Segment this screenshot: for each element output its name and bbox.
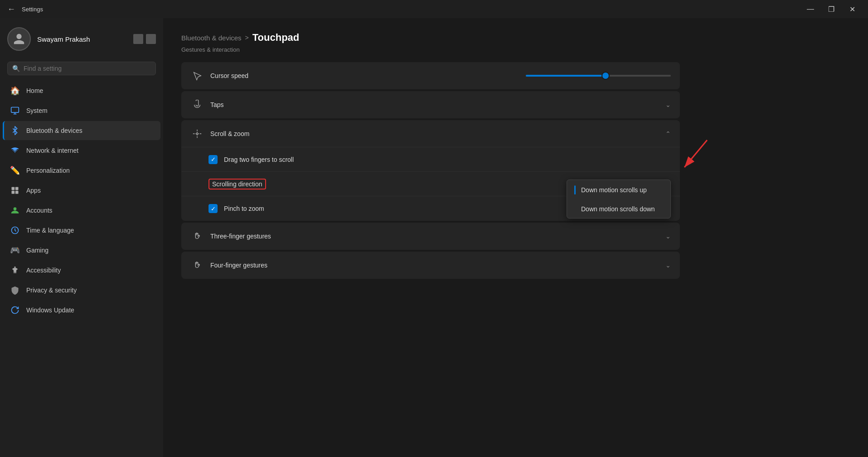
nav-label-privacy: Privacy & security (26, 287, 77, 294)
svg-point-9 (14, 267, 15, 268)
taps-icon (190, 100, 204, 110)
nav-label-home: Home (26, 87, 43, 94)
four-finger-row[interactable]: Four-finger gestures ⌄ (181, 252, 680, 279)
three-finger-label: Three-finger gestures (210, 233, 665, 240)
nav-item-bluetooth[interactable]: Bluetooth & devices (3, 121, 160, 140)
svg-rect-0 (11, 107, 19, 113)
user-square-1 (133, 34, 143, 44)
nav-label-accounts: Accounts (26, 207, 53, 214)
content-area: Bluetooth & devices > Touchpad Gestures … (163, 18, 868, 457)
privacy-icon (10, 285, 20, 295)
personalization-icon: ✏️ (10, 165, 20, 175)
cursor-icon (190, 71, 204, 81)
scroll-zoom-chevron-up: ⌃ (665, 130, 671, 137)
breadcrumb-current: Touchpad (252, 32, 299, 44)
taps-label: Taps (210, 101, 665, 108)
svg-rect-6 (15, 191, 19, 194)
nav-item-network[interactable]: Network & internet (3, 141, 160, 160)
apps-icon (10, 185, 20, 195)
three-finger-icon (190, 231, 204, 241)
network-icon (10, 146, 20, 156)
nav-item-home[interactable]: 🏠 Home (3, 81, 160, 100)
titlebar-left: ← Settings (5, 5, 43, 14)
search-input[interactable] (24, 65, 151, 72)
four-finger-section: Four-finger gestures ⌄ (181, 252, 680, 279)
scroll-zoom-section: Scroll & zoom ⌃ ✓ Drag two fingers to sc… (181, 120, 680, 221)
nav-label-bluetooth: Bluetooth & devices (26, 127, 82, 134)
four-finger-label: Four-finger gestures (210, 262, 665, 269)
nav-label-personalization: Personalization (26, 167, 70, 174)
maximize-button[interactable]: ❐ (821, 0, 842, 18)
main-layout: Swayam Prakash 🔍 🏠 Home System (0, 18, 868, 457)
cursor-speed-label: Cursor speed (210, 72, 526, 79)
close-button[interactable]: ✕ (842, 0, 863, 18)
nav-item-privacy[interactable]: Privacy & security (3, 281, 160, 300)
dropdown-option-down[interactable]: Down motion scrolls down (567, 200, 670, 218)
user-squares (133, 34, 156, 44)
search-box[interactable]: 🔍 (7, 62, 156, 75)
nav-label-apps: Apps (26, 187, 41, 194)
nav-label-update: Windows Update (26, 306, 74, 314)
nav-item-update[interactable]: Windows Update (3, 301, 160, 320)
nav-label-network: Network & internet (26, 147, 78, 154)
drag-fingers-checkbox[interactable]: ✓ (209, 155, 218, 164)
four-finger-chevron: ⌄ (665, 262, 671, 269)
cursor-speed-control[interactable] (526, 75, 671, 77)
svg-point-10 (196, 133, 198, 135)
system-icon (10, 106, 20, 116)
user-name: Swayam Prakash (37, 35, 90, 43)
back-button[interactable]: ← (5, 5, 17, 14)
update-icon (10, 305, 20, 315)
taps-row[interactable]: Taps ⌄ (181, 91, 680, 118)
titlebar-controls: — ❐ ✕ (800, 0, 863, 18)
cursor-speed-row: Cursor speed (181, 62, 680, 89)
scrolling-direction-row: Scrolling direction Down motion scrolls … (181, 172, 680, 196)
drag-fingers-label: Drag two fingers to scroll (224, 156, 671, 163)
nav-label-time: Time & language (26, 227, 74, 234)
three-finger-section: Three-finger gestures ⌄ (181, 223, 680, 250)
cursor-speed-slider[interactable] (526, 75, 671, 77)
nav-item-apps[interactable]: Apps (3, 181, 160, 200)
sidebar: Swayam Prakash 🔍 🏠 Home System (0, 18, 163, 457)
home-icon: 🏠 (10, 86, 20, 96)
svg-rect-5 (12, 191, 15, 194)
scroll-zoom-control: ⌃ (665, 130, 671, 137)
nav-label-accessibility: Accessibility (26, 267, 61, 274)
nav-item-time[interactable]: Time & language (3, 221, 160, 240)
three-finger-chevron: ⌄ (665, 233, 671, 240)
accessibility-icon (10, 265, 20, 275)
breadcrumb-separator: > (245, 34, 249, 41)
svg-point-7 (14, 207, 17, 210)
taps-section: Taps ⌄ (181, 91, 680, 118)
taps-control: ⌄ (665, 101, 671, 108)
pinch-zoom-checkbox[interactable]: ✓ (209, 204, 218, 213)
drag-two-fingers-row: ✓ Drag two fingers to scroll (181, 147, 680, 172)
user-square-2 (146, 34, 156, 44)
scroll-zoom-header-row[interactable]: Scroll & zoom ⌃ (181, 120, 680, 147)
nav-item-personalization[interactable]: ✏️ Personalization (3, 161, 160, 180)
breadcrumb: Bluetooth & devices > Touchpad (181, 32, 680, 44)
four-finger-control: ⌄ (665, 262, 671, 269)
time-icon (10, 225, 20, 235)
nav-item-accounts[interactable]: Accounts (3, 201, 160, 220)
breadcrumb-parent[interactable]: Bluetooth & devices (181, 34, 242, 42)
svg-rect-3 (12, 187, 15, 190)
nav-item-gaming[interactable]: 🎮 Gaming (3, 241, 160, 260)
slider-fill (526, 75, 606, 77)
four-finger-icon (190, 260, 204, 270)
section-subtitle: Gestures & interaction (181, 46, 680, 53)
three-finger-control: ⌄ (665, 233, 671, 240)
dropdown-option-up[interactable]: Down motion scrolls up (567, 180, 670, 200)
nav-item-system[interactable]: System (3, 101, 160, 120)
minimize-button[interactable]: — (800, 0, 821, 18)
bluetooth-icon (10, 126, 20, 136)
slider-thumb[interactable] (601, 72, 610, 80)
scrolling-direction-dropdown[interactable]: Down motion scrolls up Down motion scrol… (567, 180, 671, 219)
nav-item-accessibility[interactable]: Accessibility (3, 261, 160, 280)
svg-line-12 (684, 140, 707, 167)
scroll-zoom-icon (190, 129, 204, 139)
three-finger-row[interactable]: Three-finger gestures ⌄ (181, 223, 680, 250)
nav-label-gaming: Gaming (26, 247, 48, 254)
scrolling-direction-label: Scrolling direction (209, 179, 266, 190)
scroll-zoom-label: Scroll & zoom (210, 130, 665, 137)
